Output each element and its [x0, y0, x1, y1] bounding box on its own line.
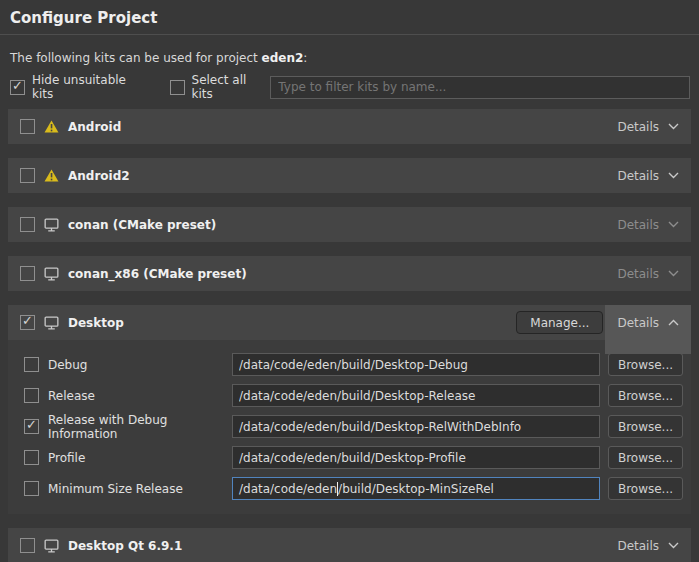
- subtitle-suffix: :: [303, 51, 307, 65]
- release-path-input[interactable]: [232, 384, 600, 407]
- details-label: Details: [617, 218, 659, 232]
- kit-android2: Android2 Details: [8, 158, 691, 193]
- details-label: Details: [617, 169, 659, 183]
- kits-description: The following kits can be used for proje…: [10, 51, 689, 65]
- kit-list: Android Details Android2 Details: [8, 109, 691, 562]
- profile-path-input[interactable]: [232, 446, 600, 469]
- build-config-label: Debug: [48, 358, 232, 372]
- warning-icon: [44, 120, 59, 133]
- path-text-before-caret: /data/code/eden: [239, 482, 337, 496]
- hide-unsuitable-kits-label: Hide unsuitable kits: [32, 73, 150, 101]
- chevron-up-icon: [668, 319, 679, 326]
- page-title: Configure Project: [0, 0, 699, 35]
- details-label: Details: [617, 267, 659, 281]
- desktop-icon: [44, 539, 59, 553]
- kit-filter-controls: Hide unsuitable kits Select all kits: [10, 75, 690, 99]
- details-button-desktop[interactable]: Details: [605, 305, 691, 354]
- kit-header-conan[interactable]: conan (CMake preset) Details: [8, 207, 691, 242]
- build-config-row-release: Release Browse...: [24, 383, 683, 408]
- project-name: eden2: [262, 51, 304, 65]
- profile-checkbox[interactable]: [24, 450, 39, 465]
- details-button-conan-x86: Details: [605, 256, 691, 291]
- build-config-label: Release: [48, 389, 232, 403]
- debug-checkbox[interactable]: [24, 357, 39, 372]
- kit-conan: conan (CMake preset) Details: [8, 207, 691, 242]
- kit-android-checkbox[interactable]: [20, 119, 35, 134]
- hide-unsuitable-kits-checkbox[interactable]: [10, 80, 25, 95]
- relwithdebinfo-path-input[interactable]: [232, 415, 600, 438]
- kit-name: Android: [68, 120, 121, 134]
- kit-desktop-details-panel: Debug Browse... Release Browse... Releas…: [8, 340, 691, 514]
- kit-header-android2[interactable]: Android2 Details: [8, 158, 691, 193]
- build-config-row-minsizerel: Minimum Size Release /data/code/eden/bui…: [24, 476, 683, 501]
- kit-filter-input[interactable]: [270, 76, 690, 99]
- chevron-down-icon: [668, 270, 679, 277]
- kit-desktop-checkbox[interactable]: [20, 315, 35, 330]
- kit-header-desktop-qt-691[interactable]: Desktop Qt 6.9.1 Details: [8, 528, 691, 562]
- subtitle-prefix: The following kits can be used for proje…: [10, 51, 262, 65]
- build-config-label: Minimum Size Release: [48, 482, 232, 496]
- details-button-conan: Details: [605, 207, 691, 242]
- kit-name: Android2: [68, 169, 130, 183]
- relwithdebinfo-browse-button[interactable]: Browse...: [608, 415, 683, 438]
- details-button-android[interactable]: Details: [605, 109, 691, 144]
- kit-conan-checkbox[interactable]: [20, 217, 35, 232]
- kit-android2-checkbox[interactable]: [20, 168, 35, 183]
- kit-header-android[interactable]: Android Details: [8, 109, 691, 144]
- details-label: Details: [617, 539, 659, 553]
- kit-name: Desktop: [68, 316, 124, 330]
- select-all-kits-label: Select all kits: [192, 73, 271, 101]
- build-config-row-profile: Profile Browse...: [24, 445, 683, 470]
- details-label: Details: [617, 316, 659, 330]
- build-config-label: Profile: [48, 451, 232, 465]
- kit-desktop-qt-691: Desktop Qt 6.9.1 Details: [8, 528, 691, 562]
- details-label: Details: [617, 120, 659, 134]
- profile-browse-button[interactable]: Browse...: [608, 446, 683, 469]
- desktop-icon: [44, 218, 59, 232]
- kit-name: conan (CMake preset): [68, 218, 216, 232]
- minsizerel-browse-button[interactable]: Browse...: [608, 477, 683, 500]
- kit-header-desktop[interactable]: Desktop Manage... Details: [8, 305, 691, 340]
- minsizerel-checkbox[interactable]: [24, 481, 39, 496]
- details-button-desktop-qt-691[interactable]: Details: [605, 528, 691, 562]
- kit-name: Desktop Qt 6.9.1: [68, 539, 182, 553]
- chevron-down-icon: [668, 123, 679, 130]
- manage-button[interactable]: Manage...: [516, 311, 603, 334]
- kit-header-conan-x86[interactable]: conan_x86 (CMake preset) Details: [8, 256, 691, 291]
- release-browse-button[interactable]: Browse...: [608, 384, 683, 407]
- select-all-kits-checkbox[interactable]: [170, 80, 185, 95]
- kit-desktop-qt-691-checkbox[interactable]: [20, 538, 35, 553]
- build-config-row-debug: Debug Browse...: [24, 352, 683, 377]
- kit-desktop: Desktop Manage... Details Debug Browse..…: [8, 305, 691, 514]
- desktop-icon: [44, 267, 59, 281]
- build-config-row-relwithdebinfo: Release with Debug Information Browse...: [24, 414, 683, 439]
- debug-path-input[interactable]: [232, 353, 600, 376]
- hide-unsuitable-kits-option[interactable]: Hide unsuitable kits: [10, 73, 150, 101]
- details-button-android2[interactable]: Details: [605, 158, 691, 193]
- chevron-down-icon: [668, 221, 679, 228]
- minsizerel-path-input[interactable]: /data/code/eden/build/Desktop-MinSizeRel: [232, 477, 600, 500]
- relwithdebinfo-checkbox[interactable]: [24, 419, 39, 434]
- select-all-kits-option[interactable]: Select all kits: [170, 73, 271, 101]
- warning-icon: [44, 169, 59, 182]
- path-text-after-caret: /build/Desktop-MinSizeRel: [338, 482, 494, 496]
- build-config-label: Release with Debug Information: [48, 413, 232, 441]
- kit-conan-x86-checkbox[interactable]: [20, 266, 35, 281]
- chevron-down-icon: [668, 172, 679, 179]
- kit-conan-x86: conan_x86 (CMake preset) Details: [8, 256, 691, 291]
- desktop-icon: [44, 316, 59, 330]
- configure-project-window: Configure Project The following kits can…: [0, 0, 699, 562]
- debug-browse-button[interactable]: Browse...: [608, 353, 683, 376]
- chevron-down-icon: [668, 542, 679, 549]
- release-checkbox[interactable]: [24, 388, 39, 403]
- kit-name: conan_x86 (CMake preset): [68, 267, 247, 281]
- kit-android: Android Details: [8, 109, 691, 144]
